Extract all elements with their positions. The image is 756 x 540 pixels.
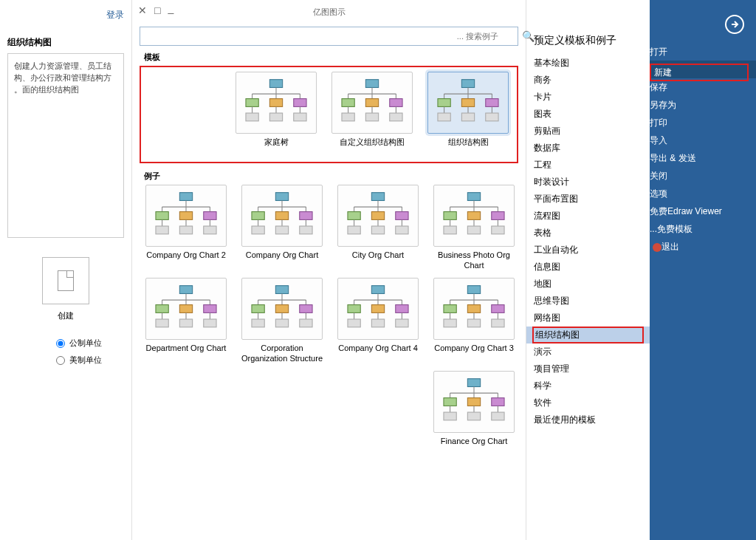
svg-rect-105: [467, 286, 480, 294]
svg-rect-102: [156, 226, 168, 234]
search-input[interactable]: [140, 27, 518, 46]
category-item[interactable]: 组织结构图: [526, 327, 650, 344]
unit-radio[interactable]: 公制单位: [56, 338, 102, 349]
titlebar: ✕ □ _ 亿图图示: [132, 0, 526, 24]
rail-item-3[interactable]: 另存为: [650, 96, 756, 114]
svg-rect-82: [275, 212, 288, 220]
category-item[interactable]: 数据库: [526, 140, 650, 157]
svg-rect-173: [492, 398, 504, 406]
preview-title: 组织结构图: [7, 36, 124, 49]
svg-rect-59: [492, 226, 504, 234]
svg-rect-88: [275, 226, 288, 234]
rail-item-10[interactable]: 免费模板...: [650, 220, 756, 238]
category-item[interactable]: 流程图: [526, 208, 650, 225]
template-card[interactable]: Company Org Chart: [238, 185, 326, 270]
template-card[interactable]: 组织结构图: [424, 72, 512, 157]
login-link[interactable]: 登录: [7, 4, 124, 36]
template-card[interactable]: Company Org Chart 2: [142, 185, 230, 270]
rail-item-9[interactable]: 免费Edraw Viewer: [650, 202, 756, 220]
template-caption: Finance Org Chart: [441, 436, 507, 457]
svg-rect-66: [348, 212, 360, 220]
maximize-icon[interactable]: □: [154, 4, 160, 16]
svg-rect-97: [179, 212, 192, 220]
svg-rect-37: [269, 99, 282, 107]
minimize-icon[interactable]: _: [168, 2, 173, 14]
template-thumb: [241, 278, 323, 340]
template-caption: 组织结构图: [448, 137, 489, 157]
category-item[interactable]: 地图: [526, 276, 650, 293]
create-label: 创建: [7, 310, 124, 321]
category-item[interactable]: 平面布置图: [526, 191, 650, 208]
unit-radio-input[interactable]: [56, 356, 65, 365]
rail-item-11[interactable]: 退出: [650, 238, 756, 256]
template-card[interactable]: Corporation Organization Structure: [238, 278, 326, 363]
rail-item-6[interactable]: 导出 & 发送: [650, 149, 756, 167]
create-button[interactable]: [42, 257, 89, 304]
category-item[interactable]: 表格: [526, 225, 650, 242]
category-item[interactable]: 科学: [526, 377, 650, 394]
template-thumb: [145, 278, 227, 340]
template-caption: Company Org Chart 4: [338, 343, 418, 363]
template-card[interactable]: 家庭树: [232, 72, 320, 157]
rail-item-7[interactable]: 关闭: [650, 167, 756, 185]
close-icon[interactable]: ✕: [138, 4, 147, 16]
unit-radio-input[interactable]: [56, 339, 65, 348]
category-item[interactable]: 商务: [526, 72, 650, 89]
rail-item-1[interactable]: 新建: [650, 61, 756, 78]
template-thumb: [337, 278, 419, 340]
svg-rect-98: [204, 212, 216, 220]
svg-rect-179: [492, 412, 504, 420]
category-item[interactable]: 演示: [526, 344, 650, 360]
svg-rect-96: [156, 212, 168, 220]
category-item[interactable]: 工程: [526, 157, 650, 174]
template-card[interactable]: Business Photo Org Chart: [430, 185, 518, 270]
category-item[interactable]: 信息图: [526, 259, 650, 276]
svg-rect-89: [300, 226, 312, 234]
template-card[interactable]: Company Org Chart 4: [334, 278, 422, 363]
svg-rect-163: [179, 319, 192, 327]
category-item[interactable]: 工业自动化: [526, 242, 650, 259]
svg-rect-103: [179, 226, 192, 234]
category-item[interactable]: 图表: [526, 106, 650, 123]
svg-rect-27: [342, 113, 354, 121]
rail-item-8[interactable]: 选项: [650, 185, 756, 202]
svg-rect-142: [275, 305, 288, 313]
category-item[interactable]: 卡片: [526, 89, 650, 106]
svg-rect-45: [467, 193, 480, 201]
unit-radio-label: 美制单位: [69, 355, 102, 366]
category-item[interactable]: 时装设计: [526, 174, 650, 191]
svg-rect-0: [461, 80, 474, 88]
svg-rect-135: [275, 286, 288, 294]
svg-rect-158: [204, 305, 216, 313]
category-item[interactable]: 项目管理: [526, 360, 650, 377]
svg-rect-44: [294, 113, 306, 121]
category-item[interactable]: 网络图: [526, 310, 650, 327]
template-thumb: [145, 185, 227, 247]
category-item[interactable]: 思维导图: [526, 293, 650, 310]
unit-radio[interactable]: 美制单位: [56, 355, 102, 366]
svg-rect-22: [365, 99, 378, 107]
template-card[interactable]: Finance Org Chart: [430, 371, 518, 457]
rail-item-4[interactable]: 打印: [650, 114, 756, 131]
back-circle-icon[interactable]: [725, 15, 744, 34]
file-menu-rail: 打开新建保存另存为打印导入导出 & 发送关闭选项免费Edraw Viewer免费…: [650, 0, 756, 540]
search-icon[interactable]: 🔍: [518, 27, 537, 46]
template-card[interactable]: City Org Chart: [334, 185, 422, 270]
category-item[interactable]: 软件: [526, 394, 650, 411]
category-item[interactable]: 基本绘图: [526, 55, 650, 72]
template-card[interactable]: 自定义组织结构图: [328, 72, 416, 157]
rail-item-5[interactable]: 导入: [650, 131, 756, 149]
svg-rect-126: [348, 305, 360, 313]
svg-rect-29: [390, 113, 402, 121]
rail-item-0[interactable]: 打开: [650, 43, 756, 61]
template-card[interactable]: Company Org Chart 3: [430, 278, 518, 363]
category-item[interactable]: 最近使用的模板: [526, 411, 650, 428]
svg-rect-177: [444, 412, 456, 420]
category-item[interactable]: 剪贴画: [526, 123, 650, 140]
svg-rect-120: [371, 286, 384, 294]
svg-rect-117: [444, 319, 456, 327]
rail-item-2[interactable]: 保存: [650, 78, 756, 96]
category-panel: 预定义模板和例子 基本绘图商务卡片图表剪贴画数据库工程时装设计平面布置图流程图表…: [526, 0, 650, 540]
preview-panel: 登录 组织结构图 创建人力资源管理、员工结构、办公行政和管理结构方面的组织结构图…: [0, 0, 131, 540]
template-card[interactable]: Department Org Chart: [142, 278, 230, 363]
